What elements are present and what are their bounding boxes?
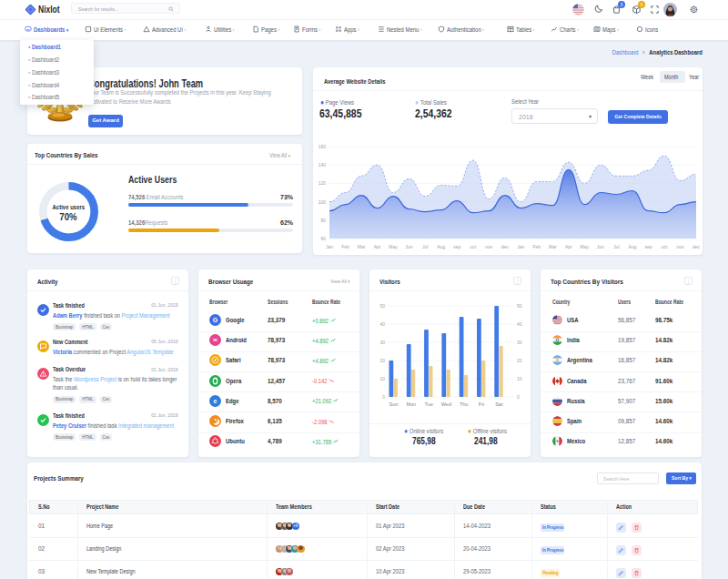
svg-text:Jul: Jul xyxy=(422,244,428,249)
svg-text:uct: uct xyxy=(470,244,476,249)
svg-text:80: 80 xyxy=(320,218,326,223)
svg-text:120: 120 xyxy=(318,180,327,186)
svg-text:30: 30 xyxy=(379,340,385,345)
svg-text:0: 0 xyxy=(517,394,520,400)
svg-text:Wed: Wed xyxy=(441,401,451,407)
svg-text:Apr: Apr xyxy=(565,244,572,249)
svg-text:140: 140 xyxy=(318,162,327,168)
svg-text:dec: dec xyxy=(501,244,510,249)
svg-text:100: 100 xyxy=(318,199,327,205)
svg-text:May: May xyxy=(581,244,590,249)
svg-text:0: 0 xyxy=(382,394,385,400)
svg-text:Sat: Sat xyxy=(495,401,503,407)
svg-text:May: May xyxy=(389,244,398,249)
svg-text:Mar: Mar xyxy=(549,244,557,249)
svg-text:40: 40 xyxy=(379,321,385,327)
svg-text:nov: nov xyxy=(676,244,684,249)
svg-text:30: 30 xyxy=(517,340,522,345)
svg-text:nov: nov xyxy=(485,244,493,249)
svg-text:Thu: Thu xyxy=(460,401,468,407)
svg-text:20: 20 xyxy=(517,358,522,363)
svg-text:Feb: Feb xyxy=(532,244,541,249)
svg-text:G: G xyxy=(213,317,218,323)
svg-text:160: 160 xyxy=(318,144,327,149)
svg-text:Sun: Sun xyxy=(389,401,399,407)
svg-text:sep: sep xyxy=(453,244,460,249)
svg-text:Mon: Mon xyxy=(406,401,416,407)
svg-text:uct: uct xyxy=(662,244,668,249)
svg-text:Jun: Jun xyxy=(597,244,604,249)
svg-text:Jan: Jan xyxy=(326,244,333,249)
svg-text:Aug: Aug xyxy=(437,244,445,249)
svg-text:10: 10 xyxy=(517,376,522,381)
svg-text:50: 50 xyxy=(379,303,385,309)
svg-text:20: 20 xyxy=(379,358,385,363)
svg-text:Feb: Feb xyxy=(341,244,349,249)
svg-text:Fri: Fri xyxy=(479,401,484,407)
svg-text:50: 50 xyxy=(517,303,522,309)
svg-text:dec: dec xyxy=(693,244,701,249)
svg-text:Aug: Aug xyxy=(628,244,636,249)
svg-text:40: 40 xyxy=(517,321,522,327)
svg-text:sep: sep xyxy=(644,244,652,249)
svg-text:Apr: Apr xyxy=(374,244,381,249)
svg-text:Jul: Jul xyxy=(613,244,619,249)
svg-text:Mar: Mar xyxy=(358,244,366,249)
svg-text:Tue: Tue xyxy=(424,401,432,407)
svg-text:60: 60 xyxy=(320,236,326,241)
svg-text:e: e xyxy=(214,398,217,404)
svg-text:10: 10 xyxy=(379,376,385,381)
svg-text:Jun: Jun xyxy=(406,244,413,249)
svg-text:Jan: Jan xyxy=(517,244,524,249)
